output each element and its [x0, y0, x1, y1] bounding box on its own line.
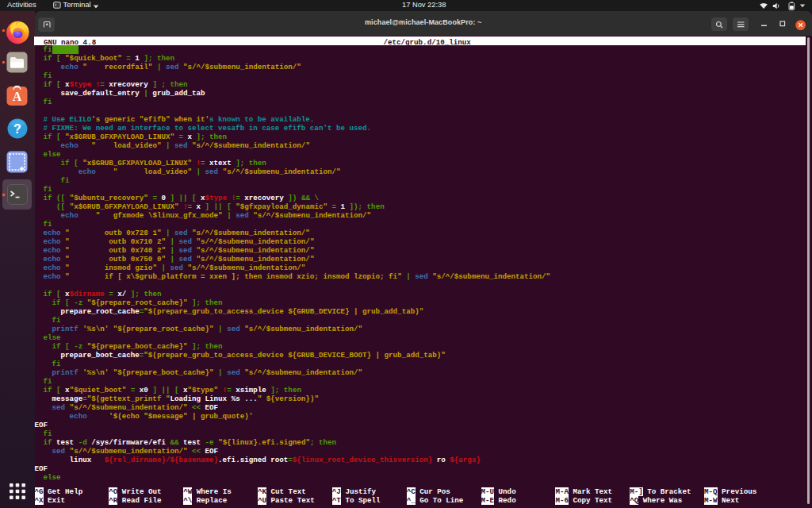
- svg-text:?: ?: [13, 122, 21, 136]
- svg-text:A: A: [13, 90, 22, 103]
